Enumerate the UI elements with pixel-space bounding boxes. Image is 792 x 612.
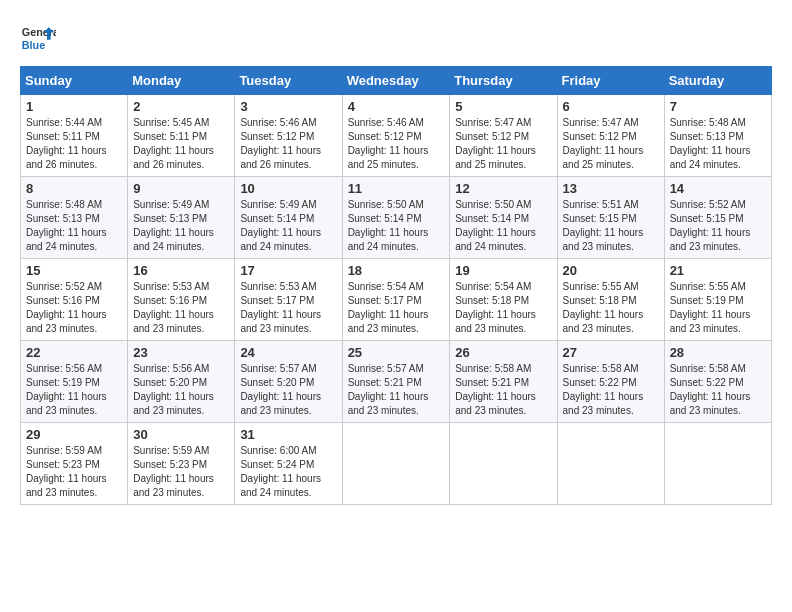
day-number: 8 [26,181,122,196]
logo: General Blue [20,20,56,56]
day-number: 23 [133,345,229,360]
day-info: Sunrise: 5:53 AMSunset: 5:16 PMDaylight:… [133,280,229,336]
day-info: Sunrise: 5:58 AMSunset: 5:22 PMDaylight:… [563,362,659,418]
day-info: Sunrise: 5:59 AMSunset: 5:23 PMDaylight:… [26,444,122,500]
calendar-cell [557,423,664,505]
calendar-cell: 12 Sunrise: 5:50 AMSunset: 5:14 PMDaylig… [450,177,557,259]
day-number: 5 [455,99,551,114]
day-number: 2 [133,99,229,114]
day-number: 24 [240,345,336,360]
calendar-cell: 9 Sunrise: 5:49 AMSunset: 5:13 PMDayligh… [128,177,235,259]
calendar-cell: 26 Sunrise: 5:58 AMSunset: 5:21 PMDaylig… [450,341,557,423]
day-info: Sunrise: 5:58 AMSunset: 5:21 PMDaylight:… [455,362,551,418]
day-info: Sunrise: 5:52 AMSunset: 5:16 PMDaylight:… [26,280,122,336]
day-number: 21 [670,263,766,278]
day-number: 3 [240,99,336,114]
day-info: Sunrise: 5:57 AMSunset: 5:20 PMDaylight:… [240,362,336,418]
calendar-cell: 7 Sunrise: 5:48 AMSunset: 5:13 PMDayligh… [664,95,771,177]
day-number: 15 [26,263,122,278]
day-info: Sunrise: 5:53 AMSunset: 5:17 PMDaylight:… [240,280,336,336]
calendar-cell: 30 Sunrise: 5:59 AMSunset: 5:23 PMDaylig… [128,423,235,505]
day-info: Sunrise: 5:56 AMSunset: 5:20 PMDaylight:… [133,362,229,418]
day-info: Sunrise: 5:49 AMSunset: 5:14 PMDaylight:… [240,198,336,254]
day-number: 7 [670,99,766,114]
day-header-monday: Monday [128,67,235,95]
svg-text:Blue: Blue [22,39,45,51]
day-header-saturday: Saturday [664,67,771,95]
calendar-cell: 24 Sunrise: 5:57 AMSunset: 5:20 PMDaylig… [235,341,342,423]
day-info: Sunrise: 5:58 AMSunset: 5:22 PMDaylight:… [670,362,766,418]
day-info: Sunrise: 5:48 AMSunset: 5:13 PMDaylight:… [26,198,122,254]
day-info: Sunrise: 5:47 AMSunset: 5:12 PMDaylight:… [455,116,551,172]
calendar-week-1: 1 Sunrise: 5:44 AMSunset: 5:11 PMDayligh… [21,95,772,177]
calendar-cell: 20 Sunrise: 5:55 AMSunset: 5:18 PMDaylig… [557,259,664,341]
day-info: Sunrise: 5:51 AMSunset: 5:15 PMDaylight:… [563,198,659,254]
calendar-cell: 25 Sunrise: 5:57 AMSunset: 5:21 PMDaylig… [342,341,450,423]
calendar-cell: 10 Sunrise: 5:49 AMSunset: 5:14 PMDaylig… [235,177,342,259]
calendar-cell [664,423,771,505]
day-number: 30 [133,427,229,442]
day-number: 14 [670,181,766,196]
day-number: 1 [26,99,122,114]
day-info: Sunrise: 6:00 AMSunset: 5:24 PMDaylight:… [240,444,336,500]
day-number: 28 [670,345,766,360]
calendar-cell: 22 Sunrise: 5:56 AMSunset: 5:19 PMDaylig… [21,341,128,423]
calendar-cell: 28 Sunrise: 5:58 AMSunset: 5:22 PMDaylig… [664,341,771,423]
day-number: 12 [455,181,551,196]
calendar-cell [342,423,450,505]
calendar-cell: 11 Sunrise: 5:50 AMSunset: 5:14 PMDaylig… [342,177,450,259]
day-number: 16 [133,263,229,278]
day-info: Sunrise: 5:55 AMSunset: 5:18 PMDaylight:… [563,280,659,336]
day-header-wednesday: Wednesday [342,67,450,95]
calendar-cell: 17 Sunrise: 5:53 AMSunset: 5:17 PMDaylig… [235,259,342,341]
day-info: Sunrise: 5:48 AMSunset: 5:13 PMDaylight:… [670,116,766,172]
calendar-cell: 6 Sunrise: 5:47 AMSunset: 5:12 PMDayligh… [557,95,664,177]
day-number: 29 [26,427,122,442]
calendar-cell: 18 Sunrise: 5:54 AMSunset: 5:17 PMDaylig… [342,259,450,341]
day-info: Sunrise: 5:57 AMSunset: 5:21 PMDaylight:… [348,362,445,418]
calendar-week-4: 22 Sunrise: 5:56 AMSunset: 5:19 PMDaylig… [21,341,772,423]
day-number: 10 [240,181,336,196]
calendar-cell: 31 Sunrise: 6:00 AMSunset: 5:24 PMDaylig… [235,423,342,505]
day-number: 27 [563,345,659,360]
calendar-cell: 2 Sunrise: 5:45 AMSunset: 5:11 PMDayligh… [128,95,235,177]
day-number: 22 [26,345,122,360]
day-header-thursday: Thursday [450,67,557,95]
day-number: 26 [455,345,551,360]
day-info: Sunrise: 5:54 AMSunset: 5:17 PMDaylight:… [348,280,445,336]
calendar-cell: 4 Sunrise: 5:46 AMSunset: 5:12 PMDayligh… [342,95,450,177]
calendar-cell: 29 Sunrise: 5:59 AMSunset: 5:23 PMDaylig… [21,423,128,505]
day-info: Sunrise: 5:55 AMSunset: 5:19 PMDaylight:… [670,280,766,336]
calendar-cell: 13 Sunrise: 5:51 AMSunset: 5:15 PMDaylig… [557,177,664,259]
day-number: 31 [240,427,336,442]
calendar-cell: 3 Sunrise: 5:46 AMSunset: 5:12 PMDayligh… [235,95,342,177]
day-number: 13 [563,181,659,196]
day-number: 19 [455,263,551,278]
calendar-table: SundayMondayTuesdayWednesdayThursdayFrid… [20,66,772,505]
day-info: Sunrise: 5:56 AMSunset: 5:19 PMDaylight:… [26,362,122,418]
calendar-cell: 14 Sunrise: 5:52 AMSunset: 5:15 PMDaylig… [664,177,771,259]
page-header: General Blue [20,20,772,56]
day-info: Sunrise: 5:54 AMSunset: 5:18 PMDaylight:… [455,280,551,336]
calendar-cell: 16 Sunrise: 5:53 AMSunset: 5:16 PMDaylig… [128,259,235,341]
calendar-week-5: 29 Sunrise: 5:59 AMSunset: 5:23 PMDaylig… [21,423,772,505]
calendar-cell [450,423,557,505]
day-number: 11 [348,181,445,196]
calendar-week-2: 8 Sunrise: 5:48 AMSunset: 5:13 PMDayligh… [21,177,772,259]
day-header-sunday: Sunday [21,67,128,95]
day-info: Sunrise: 5:45 AMSunset: 5:11 PMDaylight:… [133,116,229,172]
day-info: Sunrise: 5:52 AMSunset: 5:15 PMDaylight:… [670,198,766,254]
day-info: Sunrise: 5:50 AMSunset: 5:14 PMDaylight:… [348,198,445,254]
day-info: Sunrise: 5:49 AMSunset: 5:13 PMDaylight:… [133,198,229,254]
calendar-cell: 23 Sunrise: 5:56 AMSunset: 5:20 PMDaylig… [128,341,235,423]
day-number: 4 [348,99,445,114]
logo-icon: General Blue [20,20,56,56]
day-header-tuesday: Tuesday [235,67,342,95]
day-info: Sunrise: 5:47 AMSunset: 5:12 PMDaylight:… [563,116,659,172]
day-number: 25 [348,345,445,360]
calendar-body: 1 Sunrise: 5:44 AMSunset: 5:11 PMDayligh… [21,95,772,505]
day-number: 17 [240,263,336,278]
day-info: Sunrise: 5:59 AMSunset: 5:23 PMDaylight:… [133,444,229,500]
day-info: Sunrise: 5:50 AMSunset: 5:14 PMDaylight:… [455,198,551,254]
calendar-cell: 1 Sunrise: 5:44 AMSunset: 5:11 PMDayligh… [21,95,128,177]
